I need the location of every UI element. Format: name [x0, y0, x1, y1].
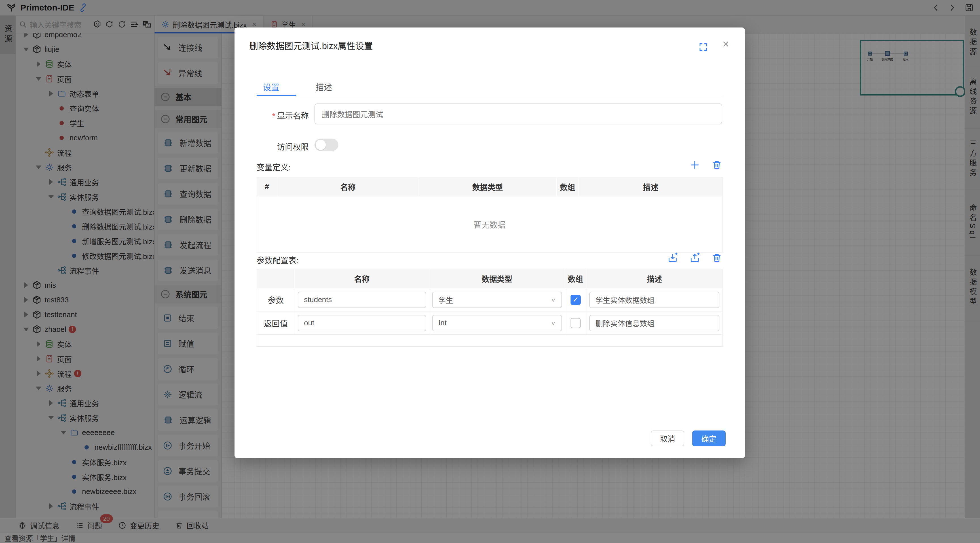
array-checkbox[interactable]: ✓ [571, 295, 581, 305]
display-name-label: *显示名称 [234, 110, 309, 121]
param-kind-label: 参数 [257, 288, 295, 311]
dialog-tabs: 设置 描述 [263, 81, 332, 93]
chevron-down-icon: ∨ [551, 320, 556, 326]
param-type-select[interactable]: Int∨ [432, 315, 562, 331]
param-name-value: students [304, 295, 332, 304]
tab-settings[interactable]: 设置 [263, 81, 279, 93]
param-desc-value: 学生实体数据数组 [595, 294, 654, 305]
dialog-title: 删除数据图元测试.bizx属性设置 [249, 39, 373, 52]
param-desc-input[interactable]: 删除实体信息数组 [589, 315, 719, 331]
param-name-cell: out [295, 311, 429, 334]
empty-table-placeholder: 暂无数据 [257, 196, 722, 252]
variables-label: 变量定义: [257, 161, 291, 173]
param-type-cell: 学生∨ [429, 288, 565, 311]
close-icon[interactable]: × [722, 38, 729, 49]
param-type-value: 学生 [438, 294, 453, 305]
empty-tail-row [257, 334, 722, 346]
param-name-value: out [304, 319, 314, 327]
param-desc-cell: 学生实体数据数组 [586, 288, 722, 311]
param-name-input[interactable]: students [298, 292, 426, 308]
param-array-cell: ✓ [565, 288, 586, 311]
properties-dialog: 删除数据图元测试.bizx属性设置 × 设置 描述 *显示名称 删除数据图元测试… [234, 27, 745, 458]
import-params-icon[interactable] [667, 252, 678, 263]
table-header-cell: 名称 [295, 269, 429, 288]
params-table: 名称数据类型数组描述参数students学生∨✓学生实体数据数组返回值outIn… [257, 269, 722, 347]
param-desc-cell: 删除实体信息数组 [586, 311, 722, 334]
delete-variable-icon[interactable] [711, 160, 722, 170]
param-kind-label: 返回值 [257, 311, 295, 334]
table-header-cell: 描述 [586, 269, 722, 288]
table-header-cell: 描述 [579, 178, 722, 196]
param-desc-input[interactable]: 学生实体数据数组 [589, 292, 719, 308]
fullscreen-icon[interactable] [698, 42, 708, 52]
export-params-icon[interactable] [689, 252, 700, 263]
add-variable-icon[interactable] [689, 160, 700, 170]
param-name-cell: students [295, 288, 429, 311]
access-toggle[interactable] [315, 138, 338, 151]
variables-table: #名称数据类型数组描述暂无数据 [257, 177, 722, 252]
table-header-cell: 数组 [557, 178, 579, 196]
table-header-row: #名称数据类型数组描述 [257, 178, 722, 196]
table-header-cell: 名称 [277, 178, 419, 196]
table-header-cell: 数组 [565, 269, 586, 288]
param-type-cell: Int∨ [429, 311, 565, 334]
table-header-cell: 数据类型 [419, 178, 557, 196]
chevron-down-icon: ∨ [551, 297, 556, 303]
param-type-value: Int [438, 319, 447, 327]
cancel-button[interactable]: 取消 [651, 430, 684, 446]
params-label: 参数配置表: [257, 254, 299, 265]
array-checkbox[interactable] [571, 318, 581, 328]
tab-description[interactable]: 描述 [316, 81, 332, 93]
param-name-input[interactable]: out [298, 315, 426, 331]
table-header-row: 名称数据类型数组描述 [257, 269, 722, 288]
param-row: 返回值outInt∨删除实体信息数组 [257, 311, 722, 334]
param-desc-value: 删除实体信息数组 [595, 318, 654, 328]
param-row: 参数students学生∨✓学生实体数据数组 [257, 288, 722, 311]
app-root: Primeton-IDE 资源 输入关键字搜索 AI [0, 0, 980, 543]
table-header-cell [257, 269, 295, 288]
display-name-input[interactable]: 删除数据图元测试 [315, 103, 722, 124]
param-type-select[interactable]: 学生∨ [432, 292, 562, 308]
access-label: 访问权限 [234, 141, 309, 152]
table-header-cell: 数据类型 [429, 269, 565, 288]
ok-button[interactable]: 确定 [692, 430, 725, 446]
param-array-cell [565, 311, 586, 334]
table-header-cell: # [257, 178, 277, 196]
delete-params-icon[interactable] [711, 252, 722, 263]
